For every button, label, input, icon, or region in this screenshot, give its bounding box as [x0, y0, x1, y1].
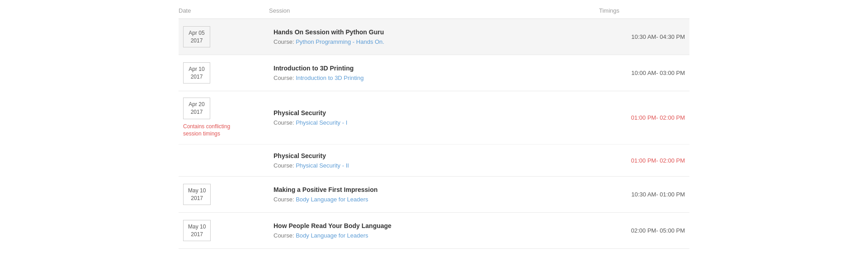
- session-title: How People Read Your Body Language: [274, 222, 599, 229]
- date-box: May 10 2017: [183, 220, 211, 242]
- conflict-warning: Contains conflictingsession timings: [183, 123, 230, 138]
- session-course: Course: Body Language for Leaders: [274, 232, 599, 239]
- date-year: 2017: [188, 108, 205, 116]
- date-box: May 10 2017: [183, 184, 211, 205]
- header-session: Session: [269, 7, 599, 14]
- timing-cell-conflict: 01:00 PM- 02:00 PM: [599, 114, 689, 121]
- date-year: 2017: [188, 37, 205, 45]
- date-month-day: May 10: [188, 187, 206, 195]
- course-link[interactable]: Body Language for Leaders: [296, 196, 368, 203]
- conflict-session-row: Apr 20 2017 Contains conflictingsession …: [179, 91, 689, 144]
- date-year: 2017: [188, 231, 206, 238]
- date-month-day: Apr 10: [188, 65, 205, 73]
- session-course: Course: Physical Security - I: [274, 119, 599, 126]
- session-cell: How People Read Your Body Language Cours…: [269, 222, 599, 239]
- course-prefix: Course:: [274, 38, 296, 45]
- course-prefix: Course:: [274, 75, 296, 81]
- timing-cell-conflict-2: 01:00 PM- 02:00 PM: [599, 157, 689, 164]
- course-prefix: Course:: [274, 232, 296, 239]
- date-month-day: Apr 20: [188, 101, 205, 108]
- timing-value: 10:30 AM- 01:00 PM: [631, 191, 685, 198]
- timing-value: 01:00 PM- 02:00 PM: [631, 114, 685, 121]
- course-prefix: Course:: [274, 196, 296, 203]
- timing-cell: 10:30 AM- 04:30 PM: [599, 33, 689, 40]
- timing-cell: 02:00 PM- 05:00 PM: [599, 227, 689, 234]
- course-link[interactable]: Physical Security - II: [296, 162, 349, 169]
- date-year: 2017: [188, 195, 206, 202]
- date-month-day: May 10: [188, 223, 206, 231]
- table-header: Date Session Timings: [179, 5, 689, 19]
- session-cell: Physical Security Course: Physical Secur…: [269, 109, 599, 126]
- session-course: Course: Introduction to 3D Printing: [274, 75, 599, 81]
- date-cell: May 10 2017: [179, 220, 269, 242]
- header-date: Date: [179, 7, 269, 14]
- timing-value: 01:00 PM- 02:00 PM: [631, 157, 685, 164]
- table-row: May 10 2017 How People Read Your Body La…: [179, 213, 689, 249]
- header-timings: Timings: [599, 7, 689, 14]
- course-prefix: Course:: [274, 162, 296, 169]
- session-course: Course: Python Programming - Hands On.: [274, 38, 599, 45]
- conflict-session-row-2: Physical Security Course: Physical Secur…: [179, 144, 689, 176]
- date-month-day: Apr 05: [188, 29, 205, 37]
- table-row: Apr 10 2017 Introduction to 3D Printing …: [179, 55, 689, 91]
- session-title: Physical Security: [274, 109, 599, 117]
- session-title: Physical Security: [274, 152, 599, 159]
- session-cell: Physical Security Course: Physical Secur…: [269, 152, 599, 169]
- session-title: Introduction to 3D Printing: [274, 65, 599, 72]
- date-year: 2017: [188, 73, 205, 81]
- session-title: Hands On Session with Python Guru: [274, 28, 599, 36]
- session-title: Making a Positive First Impression: [274, 186, 599, 193]
- session-course: Course: Physical Security - II: [274, 162, 599, 169]
- date-cell-with-warning: Apr 20 2017 Contains conflictingsession …: [179, 98, 269, 138]
- date-box: Apr 20 2017: [183, 98, 210, 119]
- timing-value: 10:00 AM- 03:00 PM: [631, 70, 685, 76]
- course-link[interactable]: Introduction to 3D Printing: [296, 75, 363, 81]
- session-cell: Introduction to 3D Printing Course: Intr…: [269, 65, 599, 81]
- course-link[interactable]: Body Language for Leaders: [296, 232, 368, 239]
- schedule-table: Date Session Timings Apr 05 2017 Hands O…: [179, 0, 689, 249]
- date-box: Apr 10 2017: [183, 62, 210, 84]
- table-row: May 10 2017 Making a Positive First Impr…: [179, 177, 689, 213]
- date-cell: May 10 2017: [179, 184, 269, 205]
- timing-cell: 10:00 AM- 03:00 PM: [599, 70, 689, 76]
- course-link[interactable]: Physical Security - I: [296, 119, 347, 126]
- date-cell: Apr 05 2017: [179, 26, 269, 48]
- session-course: Course: Body Language for Leaders: [274, 196, 599, 203]
- timing-cell: 10:30 AM- 01:00 PM: [599, 191, 689, 198]
- session-cell: Making a Positive First Impression Cours…: [269, 186, 599, 203]
- date-box: Apr 05 2017: [183, 26, 210, 48]
- session-cell: Hands On Session with Python Guru Course…: [269, 28, 599, 45]
- timing-value: 02:00 PM- 05:00 PM: [631, 227, 685, 234]
- timing-value: 10:30 AM- 04:30 PM: [631, 33, 685, 40]
- conflict-group: Apr 20 2017 Contains conflictingsession …: [179, 91, 689, 177]
- course-prefix: Course:: [274, 119, 296, 126]
- date-cell: Apr 10 2017: [179, 62, 269, 84]
- table-row: Apr 05 2017 Hands On Session with Python…: [179, 19, 689, 55]
- course-link[interactable]: Python Programming - Hands On.: [296, 38, 384, 45]
